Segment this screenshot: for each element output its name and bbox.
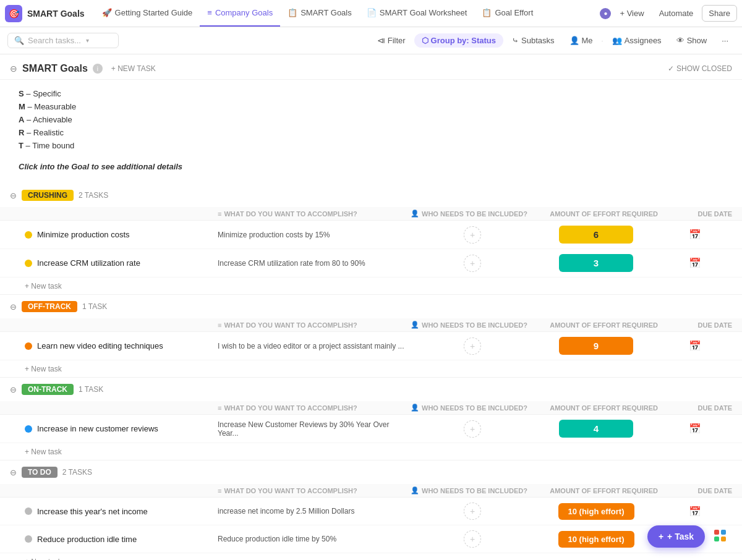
col-due: DUE DATE (658, 487, 732, 494)
group-count-on-track: 1 TASK (79, 385, 103, 394)
section-toggle[interactable]: ⊖ (10, 64, 17, 74)
effort-cell: 4 (534, 420, 658, 438)
task-goal: Reduce production idle time by 50% (218, 535, 411, 543)
assignee-add[interactable]: + (464, 255, 481, 272)
col-what: ≡ WHAT DO YOU WANT TO ACCOMPLISH? (218, 321, 411, 329)
task-name[interactable]: Increase this year's net income (37, 507, 148, 516)
group-toggle-to-do[interactable]: ⊖ (10, 468, 17, 477)
add-task-crushing[interactable]: + New task (25, 282, 62, 291)
group-toggle-on-track[interactable]: ⊖ (10, 385, 17, 394)
task-name[interactable]: Increase CRM utilization rate (37, 258, 140, 268)
task-name-cell: Minimize production costs (25, 230, 218, 239)
add-task-to-do[interactable]: + New task (25, 558, 62, 560)
more-options-button[interactable]: ··· (715, 33, 735, 48)
assignee-add[interactable]: + (464, 503, 481, 520)
task-goal: Increase CRM utilization rate from 80 to… (218, 259, 411, 268)
task-assignee: + (411, 255, 534, 272)
status-dot (25, 260, 32, 267)
calendar-icon[interactable]: 📅 (689, 257, 701, 269)
assignee-add[interactable]: + (464, 530, 481, 548)
click-info: Click into the Goal to see additional de… (0, 157, 742, 184)
group-on-track: ⊖ ON-TRACK 1 TASK ≡ WHAT DO YOU WANT TO … (0, 378, 742, 460)
table-row: Increase CRM utilization rate Increase C… (0, 249, 742, 278)
group-by-status-button[interactable]: ⬡ Group by: Status (414, 33, 503, 48)
task-name[interactable]: Reduce production idle time (37, 535, 137, 544)
assignees-button[interactable]: 👥 Assignees (606, 33, 668, 48)
assignee-add[interactable]: + (464, 420, 481, 438)
who-icon: 👤 (411, 404, 419, 412)
group-toggle-crushing[interactable]: ⊖ (10, 191, 17, 200)
tab-goal-effort[interactable]: 📋 Goal Effort (474, 0, 540, 27)
group-count-to-do: 2 TASKS (62, 468, 92, 477)
grid-icon-button[interactable] (707, 523, 732, 548)
calendar-icon[interactable]: 📅 (689, 423, 701, 435)
smart-acronym-list: S – Specific M – Measurable A – Achievab… (0, 80, 742, 157)
share-button[interactable]: Share (702, 5, 737, 22)
tab-smart-goals[interactable]: 📋 SMART Goals (280, 0, 359, 27)
status-dot (25, 425, 32, 433)
assignee-add[interactable]: + (464, 226, 481, 244)
group-count-off-track: 1 TASK (82, 302, 107, 311)
what-icon: ≡ (218, 321, 221, 329)
checkmark-icon: ✓ (668, 64, 674, 73)
new-task-link[interactable]: + NEW TASK (108, 63, 160, 74)
task-name[interactable]: Minimize production costs (37, 230, 130, 239)
me-button[interactable]: 👤 Me (563, 33, 599, 48)
task-goal: Increase New Customer Reviews by 30% Yea… (218, 420, 411, 438)
calendar-icon[interactable]: 📅 (689, 229, 701, 240)
group-count-crushing: 2 TASKS (79, 191, 108, 200)
goal-effort-icon: 📋 (482, 8, 492, 17)
who-icon: 👤 (411, 321, 419, 329)
new-task-row: + New task (0, 360, 742, 377)
calendar-icon[interactable]: 📅 (689, 340, 701, 352)
search-bar[interactable]: 🔍 Search tasks... ▾ (7, 33, 119, 48)
task-name-cell: Learn new video editing techniques (25, 341, 218, 350)
who-icon: 👤 (411, 486, 419, 494)
show-closed-button[interactable]: ✓ SHOW CLOSED (668, 64, 732, 73)
due-date-cell: 📅 (658, 229, 732, 240)
assignee-add[interactable]: + (464, 337, 481, 355)
smart-item-a: A – Achievable (19, 113, 723, 126)
getting-started-icon: 🚀 (102, 8, 112, 17)
task-name[interactable]: Increase in new customer reviews (37, 424, 158, 433)
status-dot (25, 342, 32, 350)
task-name[interactable]: Learn new video editing techniques (37, 341, 163, 350)
subtasks-button[interactable]: ⤷ Subtasks (506, 33, 560, 48)
col-effort: AMOUNT OF EFFORT REQUIRED (534, 321, 658, 329)
col-headers-to-do: ≡ WHAT DO YOU WANT TO ACCOMPLISH? 👤 WHO … (0, 484, 742, 498)
group-toggle-off-track[interactable]: ⊖ (10, 302, 17, 312)
table-row: Increase in new customer reviews Increas… (0, 415, 742, 443)
app-icon: 🎯 (5, 5, 22, 22)
calendar-icon[interactable]: 📅 (689, 506, 701, 517)
add-task-off-track[interactable]: + New task (25, 365, 62, 373)
effort-badge: 10 (high effort) (558, 531, 634, 548)
task-name-cell: Increase this year's net income (25, 507, 218, 516)
tab-smart-goal-worksheet[interactable]: 📄 SMART Goal Worksheet (359, 0, 475, 27)
task-goal: Minimize production costs by 15% (218, 231, 411, 239)
add-task-fab[interactable]: + + Task (647, 525, 705, 548)
due-date-cell: 📅 (658, 340, 732, 352)
view-button[interactable]: + View (613, 6, 650, 21)
company-goals-icon: ≡ (207, 8, 212, 17)
what-icon: ≡ (218, 210, 221, 218)
group-header-on-track: ⊖ ON-TRACK 1 TASK (0, 378, 742, 401)
filter-button[interactable]: ⧏ Filter (371, 33, 412, 48)
table-row: Learn new video editing techniques I wis… (0, 332, 742, 360)
show-button[interactable]: 👁 Show (670, 33, 714, 48)
smart-item-s: S – Specific (19, 87, 723, 100)
automate-button[interactable]: Automate (653, 6, 700, 21)
col-effort: AMOUNT OF EFFORT REQUIRED (534, 404, 658, 412)
tab-company-goals[interactable]: ≡ Company Goals (200, 0, 280, 27)
filter-icon: ⧏ (377, 36, 385, 45)
task-name-cell: Increase in new customer reviews (25, 424, 218, 433)
col-who: 👤 WHO NEEDS TO BE INCLUDED? (411, 404, 534, 412)
col-effort: AMOUNT OF EFFORT REQUIRED (534, 487, 658, 494)
col-what: ≡ WHAT DO YOU WANT TO ACCOMPLISH? (218, 404, 411, 412)
info-icon[interactable]: i (93, 64, 103, 74)
group-badge-off-track: OFF-TRACK (22, 301, 77, 312)
add-task-on-track[interactable]: + New task (25, 448, 62, 456)
task-assignee: + (411, 420, 534, 438)
circle-icon: ● (600, 8, 611, 19)
col-due: DUE DATE (658, 210, 732, 218)
tab-getting-started[interactable]: 🚀 Getting Started Guide (95, 0, 200, 27)
